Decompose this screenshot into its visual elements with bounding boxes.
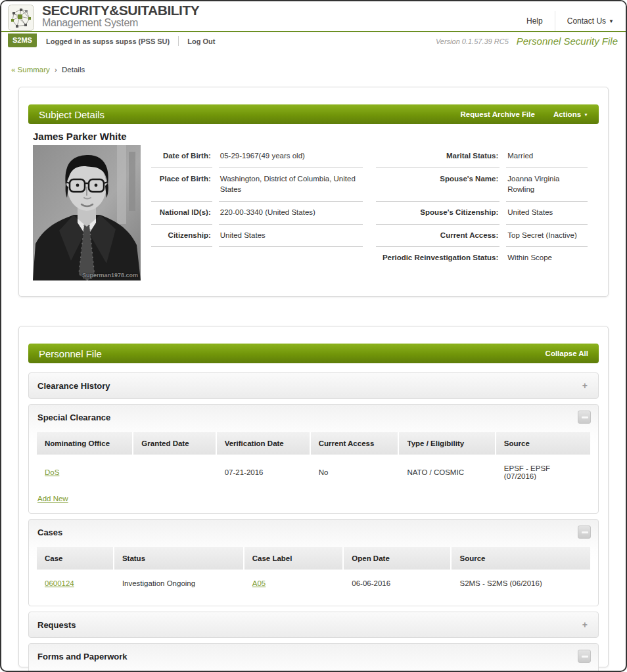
breadcrumb-current: Details xyxy=(62,66,85,74)
detail-value: Washington, District of Columbia, United… xyxy=(219,168,363,202)
section-special-clearance: Special Clearance Nominating Office Gran… xyxy=(28,404,599,514)
page-title: Personnel Security File xyxy=(517,35,618,47)
cases-title: Cases xyxy=(37,527,62,537)
col-nominating-office: Nominating Office xyxy=(37,432,133,456)
logged-in-status: Logged in as supss supss (PSS SU) xyxy=(46,37,170,45)
detail-value: Top Secret (Inactive) xyxy=(506,225,588,248)
chevron-down-icon: ▼ xyxy=(609,18,614,24)
cell-source: EPSF - EPSF (07/2016) xyxy=(496,456,590,489)
breadcrumb: « Summary › Details xyxy=(11,66,626,74)
detail-value: Married xyxy=(506,145,588,168)
col-source: Source xyxy=(452,547,590,571)
special-clearance-table: Nominating Office Granted Date Verificat… xyxy=(37,432,590,489)
brand-subtitle: Management System xyxy=(42,18,199,29)
contact-us-text: Contact Us xyxy=(567,16,606,26)
request-archive-file-button[interactable]: Request Archive File xyxy=(461,110,535,118)
personnel-file-header: Personnel File Collapse All xyxy=(28,344,599,363)
brand: SECURITY&SUITABILITY Management System xyxy=(42,3,199,29)
portrait-image xyxy=(33,145,141,280)
log-out-link[interactable]: Log Out xyxy=(187,37,215,45)
s2ms-logo-icon xyxy=(8,5,34,31)
detail-label: Spouse's Citizenship: xyxy=(376,202,499,225)
detail-value: 220-00-3340 (United States) xyxy=(219,202,363,225)
expand-plus-icon[interactable]: + xyxy=(579,380,591,391)
cases-table: Case Status Case Label Open Date Source … xyxy=(37,547,590,596)
subject-detail-columns: Date of Birth: 05-29-1967(49 years old) … xyxy=(145,145,594,280)
subject-details-actions: Request Archive File Actions▼ xyxy=(461,110,588,118)
help-link[interactable]: Help xyxy=(515,11,555,31)
case-label-link[interactable]: A05 xyxy=(252,579,266,587)
cell-status: Investigation Ongoing xyxy=(114,571,244,596)
contact-us-menu[interactable]: Contact Us▼ xyxy=(555,11,626,31)
forms-paperwork-title: Forms and Paperwork xyxy=(37,652,128,661)
cell-case-label: A05 xyxy=(244,571,344,596)
clearance-history-header[interactable]: Clearance History + xyxy=(29,373,598,398)
collapse-all-button[interactable]: Collapse All xyxy=(546,349,588,357)
collapse-minus-button[interactable] xyxy=(578,411,591,424)
add-new-link[interactable]: Add New xyxy=(37,495,68,503)
special-clearance-header[interactable]: Special Clearance xyxy=(29,405,598,430)
col-verification-date: Verification Date xyxy=(217,432,311,456)
detail-row: National ID(s): 220-00-3340 (United Stat… xyxy=(151,202,363,225)
detail-label: Spouse's Name: xyxy=(376,168,499,202)
requests-header[interactable]: Requests + xyxy=(29,612,598,637)
table-header-row: Case Status Case Label Open Date Source xyxy=(37,547,590,571)
photo-watermark: Superman1978.com xyxy=(82,272,138,279)
expand-plus-icon[interactable]: + xyxy=(579,619,591,630)
subject-photo: Superman1978.com xyxy=(33,145,141,280)
clearance-history-title: Clearance History xyxy=(37,381,110,391)
detail-value: 05-29-1967(49 years old) xyxy=(219,145,363,168)
forms-paperwork-content xyxy=(29,669,598,672)
collapse-minus-button[interactable] xyxy=(578,650,591,663)
subject-details-title: Subject Details xyxy=(39,109,104,120)
col-open-date: Open Date xyxy=(344,547,452,571)
detail-row: Spouse's Citizenship: United States xyxy=(376,202,588,225)
detail-label: Citizenship: xyxy=(151,225,212,248)
col-current-access: Current Access xyxy=(311,432,400,456)
detail-label: Date of Birth: xyxy=(151,145,212,168)
divider xyxy=(178,36,179,46)
contact-us-label[interactable]: Contact Us▼ xyxy=(555,11,626,31)
detail-row: Marital Status: Married xyxy=(376,145,588,168)
special-clearance-title: Special Clearance xyxy=(37,413,110,422)
requests-title: Requests xyxy=(37,620,76,630)
section-requests: Requests + xyxy=(28,612,599,638)
detail-row: Spouse's Name: Joanna Virginia Rowling xyxy=(376,168,588,202)
cell-open-date: 06-06-2016 xyxy=(344,571,452,596)
case-number-link[interactable]: 0600124 xyxy=(45,579,74,587)
detail-row: Date of Birth: 05-29-1967(49 years old) xyxy=(151,145,363,168)
detail-label: National ID(s): xyxy=(151,202,212,225)
forms-paperwork-header[interactable]: Forms and Paperwork xyxy=(29,644,598,669)
session-bar: S2MS Logged in as supss supss (PSS SU) L… xyxy=(1,32,626,50)
col-case-label: Case Label xyxy=(244,547,344,571)
breadcrumb-separator: › xyxy=(55,66,57,74)
cell-current-access: No xyxy=(311,456,400,489)
breadcrumb-summary-link[interactable]: « Summary xyxy=(11,66,50,74)
details-table-right: Marital Status: Married Spouse's Name: J… xyxy=(369,145,594,269)
cell-nominating-office: DoS xyxy=(37,456,133,489)
version-label: Version 0.1.57.39 RC5 xyxy=(436,37,509,45)
details-table-left: Date of Birth: 05-29-1967(49 years old) … xyxy=(145,145,369,247)
section-cases: Cases Case Status Case Label Open Date S… xyxy=(28,519,599,606)
detail-row: Citizenship: United States xyxy=(151,225,363,248)
detail-label: Place of Birth: xyxy=(151,168,212,202)
detail-row: Current Access: Top Secret (Inactive) xyxy=(376,225,588,248)
col-source: Source xyxy=(496,432,590,456)
special-clearance-content: Nominating Office Granted Date Verificat… xyxy=(29,430,598,513)
detail-value: Within Scope xyxy=(506,247,588,269)
table-header-row: Nominating Office Granted Date Verificat… xyxy=(37,432,590,456)
personnel-file-panel: Personnel File Collapse All Clearance Hi… xyxy=(18,326,609,667)
subject-name: James Parker White xyxy=(33,131,599,142)
collapse-minus-button[interactable] xyxy=(578,526,591,539)
personnel-file-title: Personnel File xyxy=(39,348,102,359)
actions-label: Actions xyxy=(553,110,581,118)
detail-label: Periodic Reinvestigation Status: xyxy=(376,247,499,269)
cases-header[interactable]: Cases xyxy=(29,520,598,545)
actions-menu-button[interactable]: Actions▼ xyxy=(553,110,588,118)
brand-title: SECURITY&SUITABILITY xyxy=(42,3,199,18)
chevron-down-icon: ▼ xyxy=(584,112,588,117)
s2ms-badge: S2MS xyxy=(8,34,37,47)
app-window: SECURITY&SUITABILITY Management System H… xyxy=(0,0,627,672)
nominating-office-link[interactable]: DoS xyxy=(45,468,59,476)
subject-body: Superman1978.com Date of Birth: 05-29-19… xyxy=(28,145,599,280)
